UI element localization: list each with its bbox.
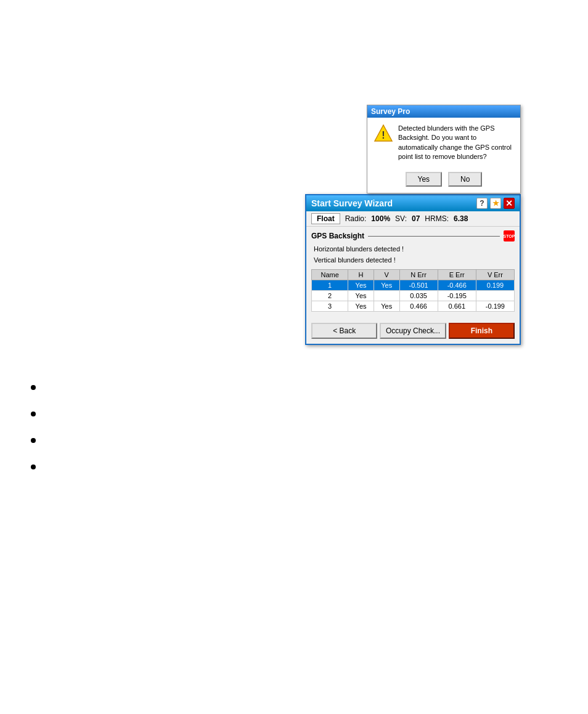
cell-verr: -0.199 [476, 301, 514, 312]
alert-buttons: Yes No [367, 168, 520, 193]
bullet-dot-1 [31, 385, 36, 390]
alert-dialog-titlebar: Survey Pro [367, 105, 520, 118]
wizard-titlebar: Start Survey Wizard ? ★ ✕ [306, 195, 520, 211]
bullet-dot-4 [31, 465, 36, 469]
close-button[interactable]: ✕ [504, 198, 515, 209]
cell-h: Yes [348, 291, 374, 301]
section-header: GPS Backsight STOP [311, 230, 515, 241]
sv-label: SV: [395, 214, 407, 223]
cell-verr [476, 291, 514, 301]
col-v: V [374, 270, 399, 280]
cell-name: 1 [312, 280, 348, 291]
wizard-content: GPS Backsight STOP Horizontal blunders d… [306, 227, 520, 320]
bullets-area [31, 382, 561, 488]
col-eerr: E Err [438, 270, 476, 280]
wizard-title: Start Survey Wizard [311, 198, 476, 208]
bullet-dot-3 [31, 438, 36, 443]
bookmark-button[interactable]: ★ [490, 198, 501, 209]
stop-icon: STOP [504, 230, 515, 241]
no-button[interactable]: No [448, 172, 482, 187]
occupy-check-button[interactable]: Occupy Check... [380, 323, 446, 339]
alert-title: Survey Pro [371, 107, 410, 116]
table-row[interactable]: 2Yes0.035-0.195 [312, 291, 515, 301]
bullet-dot-2 [31, 412, 36, 416]
section-label: GPS Backsight [311, 232, 364, 240]
blunder-message-2: Vertical blunders detected ! [314, 255, 515, 266]
help-button[interactable]: ? [476, 198, 488, 209]
stop-label: STOP [504, 234, 515, 238]
cell-eerr: -0.195 [438, 291, 476, 301]
bullet-4 [31, 461, 561, 469]
hrms-value: 6.38 [454, 214, 468, 223]
bullet-2 [31, 408, 561, 416]
cell-v [374, 291, 399, 301]
col-name: Name [312, 270, 348, 280]
radio-value: 100% [371, 214, 390, 223]
cell-name: 3 [312, 301, 348, 312]
cell-name: 2 [312, 291, 348, 301]
sv-value: 07 [412, 214, 420, 223]
col-nerr: N Err [399, 270, 438, 280]
cell-h: Yes [348, 301, 374, 312]
cell-nerr: -0.501 [399, 280, 438, 291]
radio-label: Radio: [345, 214, 367, 223]
bullet-3 [31, 435, 561, 443]
blunder-table: Name H V N Err E Err V Err 1YesYes-0.501… [311, 269, 515, 312]
section-divider [368, 236, 500, 237]
blunder-messages: Horizontal blunders detected ! Vertical … [311, 244, 515, 266]
status-bar: Float Radio: 100% SV: 07 HRMS: 6.38 [306, 211, 520, 227]
cell-h: Yes [348, 280, 374, 291]
wizard-buttons: < Back Occupy Check... Finish [306, 320, 520, 344]
cell-v: Yes [374, 301, 399, 312]
cell-v: Yes [374, 280, 399, 291]
table-row[interactable]: 1YesYes-0.501-0.4660.199 [312, 280, 515, 291]
yes-button[interactable]: Yes [406, 172, 443, 187]
back-button[interactable]: < Back [311, 323, 377, 339]
hrms-label: HRMS: [425, 214, 449, 223]
bullet-1 [31, 382, 561, 390]
mode-indicator: Float [311, 213, 340, 224]
wizard-dialog: Start Survey Wizard ? ★ ✕ Float Radio: 1… [305, 194, 521, 345]
finish-button[interactable]: Finish [449, 323, 515, 339]
svg-text:!: ! [382, 130, 385, 140]
cell-nerr: 0.466 [399, 301, 438, 312]
col-verr: V Err [476, 270, 514, 280]
col-h: H [348, 270, 374, 280]
blunder-message-1: Horizontal blunders detected ! [314, 244, 515, 255]
alert-dialog: Survey Pro ! Detected blunders with the … [367, 105, 521, 193]
cell-eerr: 0.661 [438, 301, 476, 312]
cell-verr: 0.199 [476, 280, 514, 291]
alert-message: Detected blunders with the GPS Backsight… [398, 124, 514, 162]
cell-nerr: 0.035 [399, 291, 438, 301]
alert-dialog-body: ! Detected blunders with the GPS Backsig… [367, 118, 520, 168]
table-row[interactable]: 3YesYes0.4660.661-0.199 [312, 301, 515, 312]
warning-icon: ! [374, 124, 393, 144]
cell-eerr: -0.466 [438, 280, 476, 291]
wizard-title-icons: ? ★ ✕ [476, 198, 515, 209]
